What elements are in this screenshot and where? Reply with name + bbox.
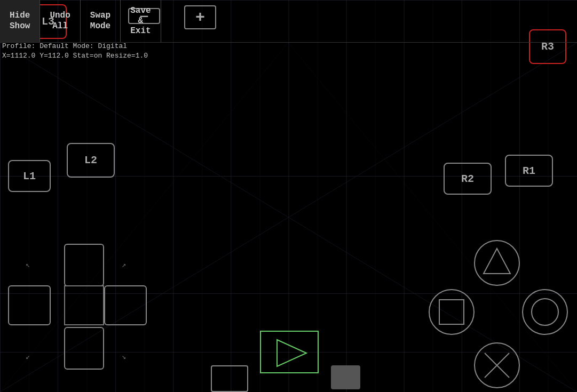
r1-button[interactable]: R1 <box>505 155 553 187</box>
svg-point-10 <box>523 290 567 334</box>
dpad-up[interactable] <box>64 244 104 286</box>
svg-marker-15 <box>277 340 306 366</box>
square-button[interactable] <box>428 288 476 336</box>
dpad-left[interactable] <box>8 285 51 325</box>
select-button[interactable] <box>211 365 248 392</box>
dpad-right[interactable] <box>104 285 147 325</box>
r2-button[interactable]: R2 <box>444 163 492 195</box>
svg-line-4 <box>0 43 288 392</box>
undo-all-button[interactable]: Undo All <box>40 0 80 42</box>
x-button[interactable] <box>473 341 521 389</box>
start-button[interactable] <box>260 331 319 373</box>
circle-button[interactable] <box>521 288 569 336</box>
dpad-down[interactable] <box>64 327 104 370</box>
dpad-arrow-tl: ↖ <box>26 260 30 269</box>
touchpad-button[interactable] <box>331 365 360 389</box>
dpad-arrow-br: ↘ <box>122 352 126 361</box>
dpad-arrow-bl: ↙ <box>26 352 30 361</box>
svg-marker-7 <box>484 249 510 274</box>
svg-line-5 <box>288 43 577 392</box>
svg-rect-9 <box>439 300 464 324</box>
dpad-arrow-tr: ↗ <box>122 260 126 269</box>
svg-point-6 <box>475 241 519 285</box>
hide-show-button[interactable]: Hide Show <box>0 0 40 42</box>
save-exit-button[interactable]: Save & Exit <box>121 0 161 42</box>
status-line1: Profile: Default Mode: Digital <box>2 42 148 51</box>
svg-point-11 <box>532 299 558 325</box>
swap-mode-button[interactable]: Swap Mode <box>81 0 121 42</box>
triangle-button[interactable] <box>473 239 521 287</box>
l1-button[interactable]: L1 <box>8 160 51 192</box>
svg-point-8 <box>429 290 474 334</box>
dpad-center[interactable] <box>64 285 104 325</box>
l2-button[interactable]: L2 <box>67 143 115 178</box>
status-line2: X=1112.0 Y=112.0 Stat=on Resize=1.0 <box>2 51 148 61</box>
status-display: Profile: Default Mode: Digital X=1112.0 … <box>2 42 148 61</box>
toolbar: Hide Show Undo All Swap Mode Save & Exit <box>0 0 577 43</box>
